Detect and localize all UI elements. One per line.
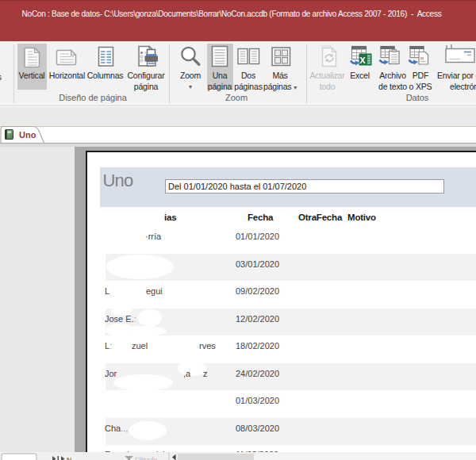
- svg-text:X: X: [359, 56, 366, 65]
- svg-text:N: N: [67, 456, 71, 460]
- svg-text:Filtrado: Filtrado: [135, 456, 158, 460]
